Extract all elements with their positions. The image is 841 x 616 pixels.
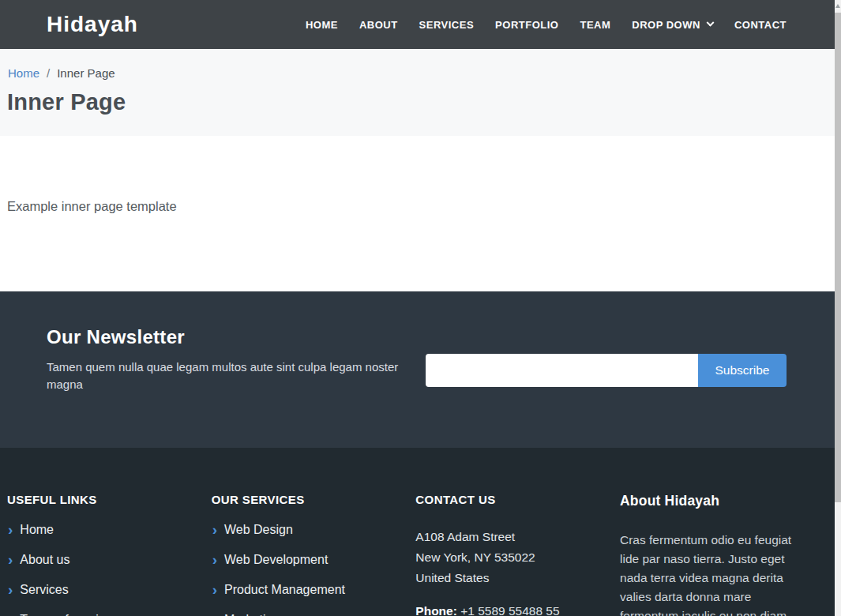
footer-phone: Phone: +1 5589 55488 55 [415,604,601,616]
footer-link-services[interactable]: › Services [7,575,193,605]
footer-link-label[interactable]: About us [20,553,69,567]
chevron-right-icon: › [8,522,13,537]
footer-address: A108 Adam Street New York, NY 535022 Uni… [415,527,601,588]
footer-col-contact: CONTACT US A108 Adam Street New York, NY… [415,493,620,616]
chevron-right-icon: › [212,612,217,616]
breadcrumb-separator: / [47,66,50,80]
newsletter-description: Tamen quem nulla quae legam multos aute … [47,359,400,393]
footer-col-about: About Hidayah Cras fermentum odio eu feu… [620,493,825,616]
footer: USEFUL LINKS › Home › About us › Service… [0,448,841,616]
page-body-text: Example inner page template [7,199,177,214]
newsletter-form: Subscribe [426,354,787,387]
address-line-1: A108 Adam Street [415,527,601,547]
footer-link-product-management[interactable]: › Product Management [212,575,397,605]
subscribe-button[interactable]: Subscribe [698,354,787,387]
footer-link-web-design[interactable]: › Web Design [212,515,397,545]
phone-label: Phone: [415,604,457,616]
chevron-down-icon [706,18,714,26]
newsletter-email-input[interactable] [426,354,698,387]
footer-contact-title: CONTACT US [415,493,601,506]
header: Hidayah HOME ABOUT SERVICES PORTFOLIO TE… [0,0,841,49]
chevron-right-icon: › [8,552,13,567]
footer-link-label[interactable]: Marketing [224,613,280,616]
chevron-right-icon: › [8,582,13,597]
page: Hidayah HOME ABOUT SERVICES PORTFOLIO TE… [0,0,841,616]
footer-col-useful-links: USEFUL LINKS › Home › About us › Service… [7,493,212,616]
nav-item-home[interactable]: HOME [306,19,338,31]
footer-link-label[interactable]: Services [20,583,68,597]
chevron-right-icon: › [212,582,217,597]
scrollbar-up-arrow-icon[interactable] [835,4,840,8]
footer-about-title: About Hidayah [620,493,806,509]
footer-about-text: Cras fermentum odio eu feugiat lide par … [620,531,806,616]
footer-link-label[interactable]: Product Management [224,583,345,597]
nav-dropdown-label: DROP DOWN [632,19,700,31]
footer-useful-links-list: › Home › About us › Services › Terms of … [7,515,193,616]
breadcrumb: Home / Inner Page [8,66,841,80]
nav-item-team[interactable]: TEAM [580,19,610,31]
footer-col-services: OUR SERVICES › Web Design › Web Developm… [212,493,416,616]
nav-item-contact[interactable]: CONTACT [734,19,787,31]
nav-item-about[interactable]: ABOUT [359,19,398,31]
phone-value: +1 5589 55488 55 [460,604,559,616]
scrollbar-thumb[interactable] [835,13,841,502]
breadcrumb-current: Inner Page [57,66,115,80]
footer-link-marketing[interactable]: › Marketing [212,605,397,616]
newsletter-section: Our Newsletter Tamen quem nulla quae leg… [0,291,841,448]
footer-services-title: OUR SERVICES [212,493,397,506]
chevron-right-icon: › [212,552,217,567]
main-nav: HOME ABOUT SERVICES PORTFOLIO TEAM DROP … [306,0,787,49]
footer-link-terms[interactable]: › Terms of service [7,605,193,616]
chevron-right-icon: › [212,522,217,537]
nav-item-dropdown[interactable]: DROP DOWN [632,19,713,31]
footer-link-label[interactable]: Web Design [224,523,293,537]
footer-link-label[interactable]: Terms of service [20,613,111,616]
vertical-scrollbar[interactable] [835,0,841,616]
main-content: Example inner page template [0,136,841,291]
footer-link-home[interactable]: › Home [7,515,193,545]
nav-item-portfolio[interactable]: PORTFOLIO [495,19,558,31]
footer-link-web-development[interactable]: › Web Development [212,545,397,575]
address-line-3: United States [415,568,601,588]
footer-link-about-us[interactable]: › About us [7,545,193,575]
breadcrumb-home-link[interactable]: Home [8,66,39,80]
brand-logo[interactable]: Hidayah [47,0,138,49]
page-title: Inner Page [7,89,841,115]
newsletter-title: Our Newsletter [47,326,185,348]
footer-link-label[interactable]: Web Development [224,553,328,567]
address-line-2: New York, NY 535022 [415,547,601,568]
nav-item-services[interactable]: SERVICES [419,19,475,31]
footer-link-label[interactable]: Home [20,523,54,537]
breadcrumb-section: Home / Inner Page Inner Page [0,49,841,136]
footer-useful-links-title: USEFUL LINKS [7,493,193,506]
chevron-right-icon: › [8,612,13,616]
footer-services-list: › Web Design › Web Development › Product… [212,515,397,616]
